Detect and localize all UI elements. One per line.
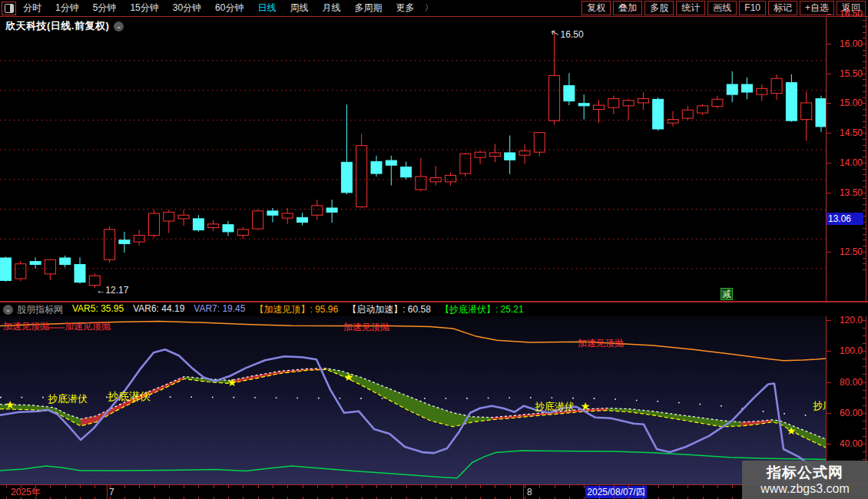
axis-tick (827, 74, 831, 74)
axis-tick (827, 252, 831, 253)
date-tick (480, 485, 481, 488)
tool-button-叠加[interactable]: 叠加 (613, 1, 642, 15)
period-item-60分钟[interactable]: 60分钟 (208, 0, 250, 16)
indicator-axis: 120.0100.080.0060.0040.00 (826, 316, 868, 484)
star-signal: ★ (787, 425, 797, 437)
period-menu: 分时1分钟5分钟15分钟30分钟60分钟日线周线月线多周期更多〉 (16, 0, 436, 16)
period-item-5分钟[interactable]: 5分钟 (86, 0, 124, 16)
axis-tick (827, 351, 831, 352)
candle (326, 208, 337, 212)
indicator-header: ⌄ 股朋指标网VAR5: 35.95VAR6: 44.19VAR7: 19.45… (0, 301, 868, 316)
candle (193, 219, 204, 230)
stock-title: 欣天科技(日线.前复权) (5, 19, 109, 33)
date-tick (391, 485, 392, 488)
indicator-value: 【加速见顶】: 95.96 (254, 303, 338, 316)
indicator-text-label: 加速见顶抛 (3, 321, 49, 332)
period-item-多周期[interactable]: 多周期 (347, 0, 389, 16)
candle (104, 230, 115, 259)
tool-button-多股[interactable]: 多股 (644, 1, 674, 15)
tool-button-F10[interactable]: F10 (739, 1, 766, 15)
date-tick (169, 485, 170, 488)
date-tick (50, 485, 51, 488)
axis-tick (827, 44, 831, 45)
collapse-chart-icon[interactable]: ⌄ (114, 21, 124, 31)
date-tick (465, 485, 466, 488)
date-tick (35, 485, 36, 488)
indicator-text-label: 加速见顶抛 (578, 338, 624, 349)
indicator-value: VAR6: 44.19 (133, 303, 184, 316)
axis-minor-tick (863, 398, 866, 398)
candle (1, 258, 12, 280)
indicator-text-label: 抄底潜伏 (108, 390, 151, 402)
more-arrow-icon[interactable]: 〉 (421, 2, 436, 15)
candle (564, 86, 575, 101)
candle (30, 262, 41, 265)
tool-button-画线[interactable]: 画线 (707, 1, 737, 15)
axis-minor-tick (863, 382, 866, 383)
candle (45, 259, 55, 274)
candle (401, 167, 412, 177)
candle (297, 217, 308, 222)
axis-minor-tick (863, 320, 866, 321)
period-item-15分钟[interactable]: 15分钟 (123, 0, 165, 16)
indicator-text-label: 抄底潜伏 (48, 393, 88, 405)
candle (223, 225, 234, 232)
axis-minor-tick (863, 451, 866, 452)
indicator-values: 股朋指标网VAR5: 35.95VAR6: 44.19VAR7: 19.45【加… (17, 303, 533, 316)
low-annotation: ←12.17 (96, 285, 128, 296)
trend-ribbon (0, 368, 826, 448)
date-tick (273, 485, 273, 488)
candle (430, 177, 441, 181)
axis-tick (827, 163, 831, 164)
star-signal: ★ (227, 376, 237, 388)
period-item-分时[interactable]: 分时 (16, 0, 48, 16)
star-signal: ★ (581, 400, 591, 412)
high-arrow (552, 31, 558, 35)
tool-button-标记[interactable]: 标记 (768, 1, 797, 15)
share-reduction-marker[interactable]: 减 (721, 288, 733, 300)
period-item-日线[interactable]: 日线 (250, 0, 283, 16)
date-tick (599, 485, 600, 488)
period-item-1分钟[interactable]: 1分钟 (48, 0, 86, 16)
collapse-indicator-icon[interactable]: ⌄ (3, 305, 13, 315)
period-item-月线[interactable]: 月线 (315, 0, 347, 16)
tool-button-统计[interactable]: 统计 (676, 1, 705, 15)
price-axis-label: 14.00 (840, 157, 863, 168)
star-signal: ★ (5, 398, 15, 411)
candle (578, 104, 589, 106)
axis-minor-tick (863, 390, 866, 391)
site-watermark: 指标公式网 www.zbgs3.com (742, 461, 868, 499)
axis-minor-tick (863, 405, 866, 406)
tool-button-+自选[interactable]: +自选 (800, 1, 834, 15)
date-tick (228, 485, 229, 488)
tool-buttons: 复权叠加多股统计画线F10标记+自选返回 (581, 1, 866, 15)
date-tick (614, 485, 615, 488)
layout-toggle-button[interactable] (2, 2, 16, 15)
candle (519, 151, 530, 155)
candle (267, 211, 278, 215)
price-axis-label: 12.50 (840, 246, 863, 257)
date-tick (376, 485, 377, 488)
axis-minor-tick (863, 359, 866, 359)
indicator-value: VAR7: 19.45 (194, 303, 245, 316)
date-tick (287, 485, 288, 488)
date-tick (643, 485, 644, 488)
candle (149, 213, 160, 236)
tool-button-复权[interactable]: 复权 (581, 1, 611, 15)
axis-tick (827, 382, 831, 383)
candle (356, 146, 367, 207)
candle (608, 99, 619, 108)
candle (801, 103, 812, 120)
period-item-周线[interactable]: 周线 (283, 0, 315, 16)
high-annotation: 16.50 (561, 29, 584, 40)
date-tick (139, 485, 140, 488)
period-item-更多[interactable]: 更多 (389, 0, 421, 16)
price-axis-label: 14.50 (840, 127, 863, 138)
indicator-axis-label: 40.00 (840, 438, 863, 449)
main-candlestick-chart: 16.50←12.17 (0, 17, 826, 301)
candle (89, 276, 100, 285)
date-tick (332, 485, 333, 488)
candle (727, 84, 737, 94)
period-item-30分钟[interactable]: 30分钟 (166, 0, 208, 16)
candle (371, 162, 382, 173)
